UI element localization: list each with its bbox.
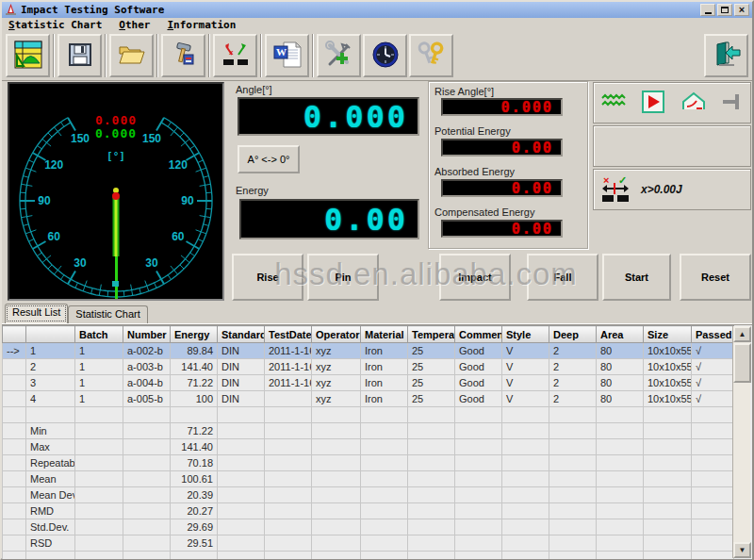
table-cell xyxy=(361,471,408,487)
column-header[interactable]: Temperat xyxy=(408,326,455,343)
table-cell xyxy=(123,535,171,552)
table-cell xyxy=(502,471,549,487)
column-header[interactable]: Deep xyxy=(549,326,597,343)
table-cell: 20.39 xyxy=(171,487,218,503)
table-cell xyxy=(455,519,502,535)
table-cell xyxy=(692,552,734,560)
open-button[interactable] xyxy=(109,34,154,77)
table-row[interactable]: 41a-005-b100DINxyzIron25GoodV28010x10x55… xyxy=(3,391,734,407)
stat-row[interactable]: Repeatabili70.18 xyxy=(3,455,734,471)
table-cell xyxy=(692,503,734,519)
table-cell: 25 xyxy=(408,375,455,391)
table-cell xyxy=(218,407,265,423)
column-header[interactable]: TestDate xyxy=(265,326,312,343)
column-header[interactable]: Size xyxy=(644,326,692,343)
table-row-empty[interactable] xyxy=(3,552,734,560)
play-icon[interactable] xyxy=(642,91,664,115)
table-cell: 25 xyxy=(408,359,455,375)
tab-result-list[interactable]: Result List xyxy=(5,304,68,323)
table-row[interactable]: -->11a-002-b89.84DIN2011-1-16xyzIron25Go… xyxy=(3,343,734,359)
close-button[interactable]: × xyxy=(734,4,749,16)
meter-icon[interactable] xyxy=(681,91,706,115)
absorbed-energy-label: Absorbed Energy xyxy=(434,166,515,177)
start-button[interactable]: Start xyxy=(602,254,671,301)
table-cell: 80 xyxy=(597,359,644,375)
table-cell xyxy=(549,423,597,439)
table-cell xyxy=(75,439,123,455)
maximize-button[interactable] xyxy=(717,4,732,16)
table-cell xyxy=(455,439,502,455)
table-cell xyxy=(502,519,549,535)
stat-row[interactable]: Mean Dev.20.39 xyxy=(3,487,734,503)
menu-other[interactable]: Other xyxy=(117,19,152,31)
maintenance-button[interactable] xyxy=(317,34,361,77)
report-button[interactable] xyxy=(6,34,50,77)
column-header[interactable] xyxy=(3,326,26,343)
vertical-scrollbar[interactable]: ▲ ▼ xyxy=(732,326,750,558)
angle-zero-toggle-button[interactable]: A° <-> 0° xyxy=(238,145,300,173)
stat-row[interactable]: Min71.22 xyxy=(3,423,734,439)
pin-button[interactable]: Pin xyxy=(307,254,379,301)
menu-statistic-chart[interactable]: Statistic Chart xyxy=(7,19,104,31)
stat-row[interactable]: RMD20.27 xyxy=(3,503,734,519)
angle-display: 0.000 xyxy=(238,97,419,136)
column-header[interactable]: Style xyxy=(502,326,549,343)
table-cell xyxy=(265,455,312,471)
scroll-up-button[interactable]: ▲ xyxy=(733,326,751,342)
column-header[interactable]: Passed? xyxy=(692,326,734,343)
column-header[interactable]: Comment xyxy=(455,326,502,343)
tab-statistic-chart[interactable]: Statistic Chart xyxy=(68,305,147,323)
stat-row[interactable]: Max141.40 xyxy=(3,439,734,455)
column-header[interactable] xyxy=(26,326,75,343)
table-cell xyxy=(312,471,361,487)
table-row[interactable]: 21a-003-b141.40DIN2011-1-16xyzIron25Good… xyxy=(3,359,734,375)
table-cell: V xyxy=(502,391,549,407)
table-cell: √ xyxy=(692,343,734,359)
exit-button[interactable] xyxy=(704,34,748,77)
menu-information[interactable]: Information xyxy=(165,19,238,31)
table-cell xyxy=(75,503,123,519)
table-cell: Iron xyxy=(361,359,408,375)
table-cell xyxy=(502,455,549,471)
calibration-button[interactable]: x xyxy=(213,34,257,77)
export-word-button[interactable]: W xyxy=(265,34,309,77)
table-cell xyxy=(597,503,644,519)
table-cell xyxy=(265,503,312,519)
toolbar-separator xyxy=(105,34,107,77)
reset-button[interactable]: Reset xyxy=(680,254,751,301)
stat-row[interactable]: Std.Dev.29.69 xyxy=(3,519,734,535)
table-row[interactable]: 31a-004-b71.22DIN2011-1-16xyzIron25GoodV… xyxy=(3,375,734,391)
column-header[interactable]: Standard xyxy=(218,326,265,343)
table-cell xyxy=(75,455,123,471)
clock-button[interactable] xyxy=(363,34,407,77)
column-header[interactable]: Operator xyxy=(312,326,361,343)
fall-button[interactable]: Fall xyxy=(527,254,598,301)
table-cell xyxy=(123,423,171,439)
column-header[interactable]: Energy xyxy=(171,326,218,343)
hammer-icon xyxy=(171,41,197,70)
rise-button[interactable]: Rise xyxy=(232,254,303,301)
scrollbar-thumb[interactable] xyxy=(733,343,751,383)
column-header[interactable]: Number xyxy=(123,326,171,343)
column-header[interactable]: Material xyxy=(361,326,408,343)
tools-button[interactable] xyxy=(161,34,205,77)
column-header[interactable]: Batch xyxy=(75,326,123,343)
table-cell xyxy=(3,391,26,407)
tolerance-panel: ×✓ x>0.00J xyxy=(593,169,751,210)
table-cell xyxy=(75,471,123,487)
scroll-down-button[interactable]: ▼ xyxy=(733,542,751,558)
table-cell: Iron xyxy=(361,343,408,359)
keys-button[interactable] xyxy=(409,34,453,77)
stat-row[interactable]: RSD29.51 xyxy=(3,535,734,552)
table-cell xyxy=(644,455,692,471)
table-cell xyxy=(312,503,361,519)
column-header[interactable]: Area xyxy=(597,326,644,343)
toolbar-separator xyxy=(260,34,262,77)
save-button[interactable] xyxy=(57,34,102,77)
table-row-empty[interactable] xyxy=(3,407,734,423)
minimize-button[interactable] xyxy=(700,4,715,16)
stat-row[interactable]: Mean100.61 xyxy=(3,471,734,487)
impact-button[interactable]: Impact xyxy=(439,254,511,301)
table-cell xyxy=(312,535,361,552)
gauge-unit-label: [°] xyxy=(9,150,222,162)
